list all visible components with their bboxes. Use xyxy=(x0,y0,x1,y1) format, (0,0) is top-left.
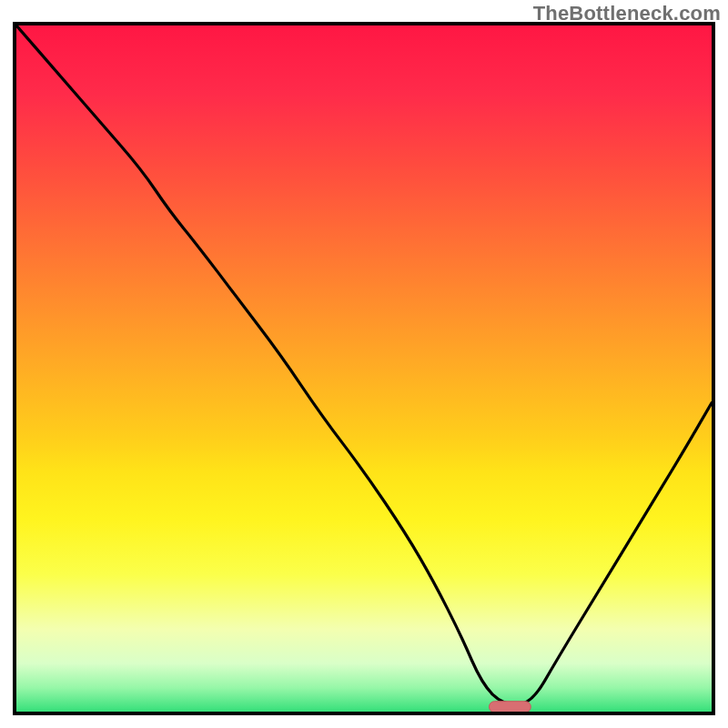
chart-stage: TheBottleneck.com xyxy=(0,0,728,728)
chart-svg xyxy=(16,25,712,712)
watermark-text: TheBottleneck.com xyxy=(533,2,721,25)
chart-frame xyxy=(13,22,715,715)
gradient-background xyxy=(16,25,712,712)
optimal-marker xyxy=(490,702,531,712)
